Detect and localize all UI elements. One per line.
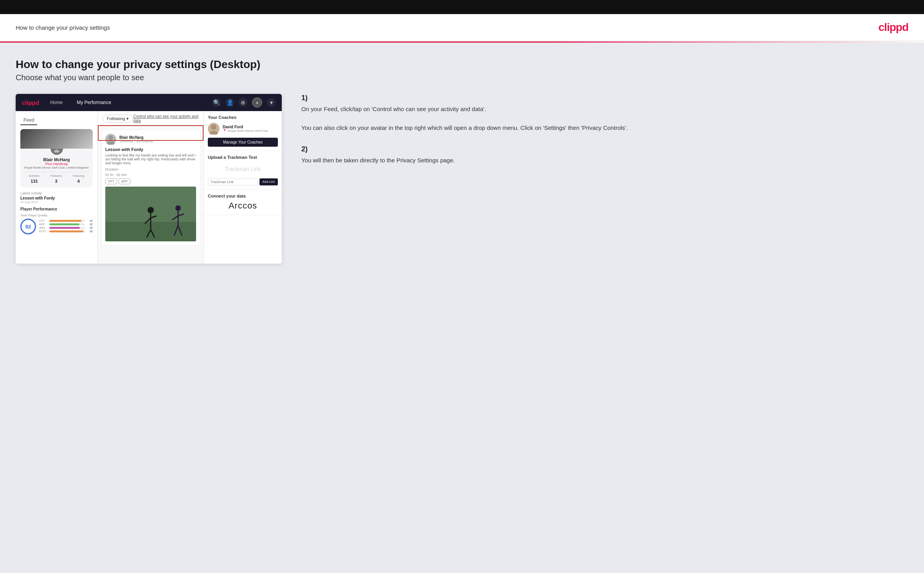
- app-mockup: clippd Home My Performance 🔍 👤 ⊕ ● ▾ Fee…: [16, 94, 282, 264]
- app-feed: Following ▾ Control who can see your act…: [98, 111, 204, 264]
- latest-activity-name: Lesson with Fordy: [20, 196, 93, 200]
- bar-fill-app: [49, 223, 79, 225]
- bar-track-putt: [49, 230, 85, 232]
- trackman-add-button[interactable]: Add Link: [259, 178, 278, 185]
- footer: Copyright Clippd 2022: [0, 573, 924, 577]
- user-icon[interactable]: 👤: [225, 98, 234, 107]
- bar-label-arg: ARG: [39, 226, 48, 229]
- app-body: Feed Blair McHarg Plus Handicap Royal No…: [16, 111, 282, 264]
- latest-activity-date: 03 Aug 2022: [20, 200, 93, 204]
- instruction-1-text: On your Feed, click/tap on 'Control who …: [301, 104, 908, 133]
- nav-item-home[interactable]: Home: [47, 98, 66, 107]
- control-privacy-link[interactable]: Control who can see your activity and da…: [133, 114, 199, 123]
- arccos-logo: Arccos: [208, 201, 278, 211]
- post-user-name: Blair McHarg: [119, 135, 153, 140]
- tpq-circle: 92: [20, 219, 36, 234]
- stat-followers: Followers 3: [50, 174, 62, 184]
- post-duration: Duration: [105, 167, 196, 171]
- page-heading: How to change your privacy settings (Des…: [16, 58, 908, 71]
- svg-point-1: [54, 150, 59, 153]
- coach-club: 📍 Royal North Devon Golf Club: [223, 129, 268, 133]
- latest-activity-label: Latest Activity: [20, 191, 93, 195]
- post-image: [105, 187, 196, 241]
- feed-tab[interactable]: Feed: [20, 116, 37, 125]
- following-value: 4: [77, 179, 80, 183]
- activities-label: Activities: [29, 174, 40, 177]
- svg-point-6: [148, 207, 154, 213]
- post-user-info: Blair McHarg Yesterday · Sunningdale: [119, 135, 153, 143]
- stat-following: Following 4: [73, 174, 85, 184]
- post-tag-app: APP: [119, 178, 130, 184]
- connect-title: Connect your data: [208, 194, 278, 198]
- player-performance-title: Player Performance: [20, 207, 93, 211]
- feed-post: Blair McHarg Yesterday · Sunningdale Les…: [101, 129, 200, 246]
- following-button[interactable]: Following ▾: [103, 115, 133, 123]
- instruction-2-text: You will then be taken directly to the P…: [301, 156, 908, 165]
- coach-avatar: [208, 123, 220, 135]
- bar-fill-arg: [49, 227, 80, 229]
- search-icon[interactable]: 🔍: [212, 98, 221, 107]
- followers-label: Followers: [50, 174, 62, 177]
- profile-handicap: Plus Handicap: [23, 162, 90, 166]
- chevron-down-icon[interactable]: ▾: [267, 98, 276, 107]
- app-nav-icons: 🔍 👤 ⊕ ● ▾: [212, 97, 276, 108]
- activities-value: 131: [31, 179, 38, 183]
- coaches-title: Your Coaches: [208, 115, 278, 120]
- coach-club-text: Royal North Devon Golf Club: [228, 129, 268, 133]
- post-title: Lesson with Fordy: [105, 147, 196, 152]
- following-label: Following: [73, 174, 85, 177]
- instruction-2: 2) You will then be taken directly to th…: [301, 145, 908, 165]
- profile-banner: [20, 129, 93, 149]
- tpq-row: 92 OTT 90 APP: [20, 219, 93, 234]
- post-body: Looking to feel like my hands are exitin…: [105, 153, 196, 165]
- bar-track-arg: [49, 227, 85, 229]
- logo: clippd: [879, 21, 908, 34]
- tpq-bar-arg: ARG 86: [39, 226, 93, 229]
- trackman-title: Upload a Trackman Test: [208, 155, 278, 160]
- tpq-label: Total Player Quality: [20, 214, 93, 217]
- coaches-section: Your Coaches David Ford 📍 Royal North De…: [204, 111, 282, 151]
- svg-point-19: [209, 131, 218, 135]
- svg-point-12: [175, 205, 181, 211]
- trackman-input[interactable]: [208, 178, 258, 185]
- bar-value-app: 85: [86, 223, 93, 226]
- post-duration-value: 01 hr : 30 min: [105, 173, 196, 177]
- profile-card: Blair McHarg Plus Handicap Royal North D…: [20, 129, 93, 187]
- location-icon: 📍: [223, 129, 227, 133]
- page-subheading: Choose what you want people to see: [16, 73, 908, 82]
- tpq-bar-app: APP 85: [39, 223, 93, 226]
- instruction-1: 1) On your Feed, click/tap on 'Control w…: [301, 94, 908, 133]
- avatar[interactable]: ●: [252, 97, 262, 108]
- followers-value: 3: [55, 179, 57, 183]
- svg-point-3: [107, 141, 115, 145]
- profile-club: Royal North Devon Golf Club, United King…: [23, 166, 90, 169]
- post-user-row: Blair McHarg Yesterday · Sunningdale: [105, 134, 196, 145]
- app-right-panel: Your Coaches David Ford 📍 Royal North De…: [204, 111, 282, 264]
- tpq-bar-ott: OTT 90: [39, 219, 93, 222]
- top-bar: [0, 0, 924, 14]
- following-chevron-icon: ▾: [126, 116, 129, 121]
- plus-circle-icon[interactable]: ⊕: [239, 98, 247, 107]
- coach-info: David Ford 📍 Royal North Devon Golf Club: [223, 125, 268, 133]
- post-tag-ott: OTT: [105, 178, 117, 184]
- manage-coaches-button[interactable]: Manage Your Coaches: [208, 138, 278, 147]
- profile-stats: Activities 131 Followers 3 Following 4: [23, 172, 90, 184]
- header-title: How to change your privacy settings: [16, 24, 110, 31]
- bar-label-putt: PUTT: [39, 230, 48, 233]
- bar-value-ott: 90: [86, 219, 93, 222]
- nav-item-my-performance[interactable]: My Performance: [74, 98, 114, 107]
- app-nav-logo: clippd: [22, 99, 39, 106]
- post-meta: Yesterday · Sunningdale: [119, 140, 153, 143]
- bar-label-ott: OTT: [39, 219, 48, 222]
- instruction-2-number: 2): [301, 145, 908, 153]
- profile-name: Blair McHarg: [23, 157, 90, 162]
- connect-section: Connect your data Arccos: [204, 190, 282, 215]
- post-tags: OTT APP: [105, 178, 196, 184]
- bar-fill-putt: [49, 230, 83, 232]
- following-label: Following: [107, 116, 125, 121]
- bar-track-app: [49, 223, 85, 225]
- svg-point-18: [211, 124, 216, 130]
- trackman-section: Upload a Trackman Test Trackman Link Add…: [204, 151, 282, 190]
- bar-value-putt: 96: [86, 230, 93, 233]
- bar-label-app: APP: [39, 223, 48, 226]
